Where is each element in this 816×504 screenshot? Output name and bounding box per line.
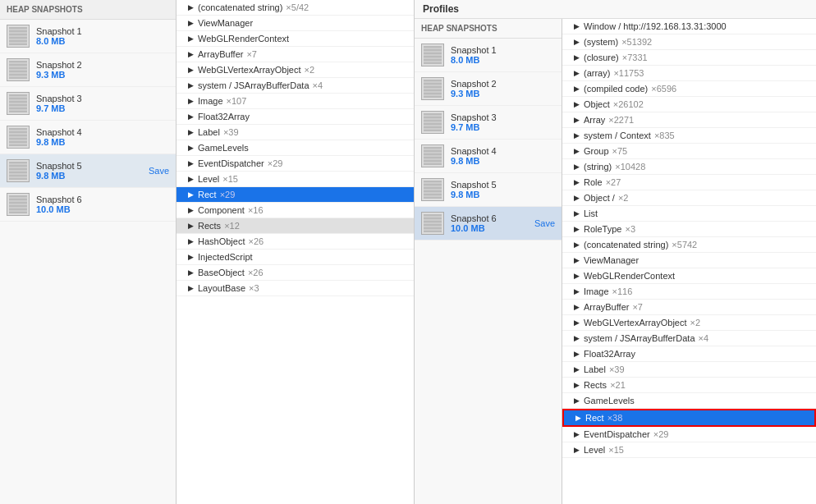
constructor-label: Image (584, 286, 609, 296)
snapshot-size: 10.0 MB (36, 204, 169, 214)
snapshot-size: 9.8 MB (451, 190, 555, 199)
constructor-item[interactable]: ▶ Level ×15 (562, 442, 816, 458)
constructor-item[interactable]: ▶ Role ×27 (562, 175, 816, 190)
profiles-snapshot-item[interactable]: Snapshot 6 10.0 MB Save (415, 207, 562, 241)
middle-tree-item[interactable]: ▶ HashObject ×26 (176, 234, 414, 250)
snapshot-info: Snapshot 3 9.7 MB (451, 112, 555, 132)
save-link[interactable]: Save (534, 218, 555, 228)
middle-tree-item[interactable]: ▶ GameLevels (176, 140, 414, 156)
constructor-item[interactable]: ▶ Object ×26102 (562, 97, 816, 112)
constructor-item[interactable]: ▶ system / JSArrayBufferData ×4 (562, 331, 816, 346)
snapshot-icon (421, 212, 444, 235)
constructor-item[interactable]: ▶ (compiled code) ×6596 (562, 81, 816, 97)
snapshot-icon (421, 44, 444, 66)
constructor-item[interactable]: ▶ (string) ×10428 (562, 159, 816, 175)
profiles-snapshot-item[interactable]: Snapshot 4 9.8 MB (415, 140, 562, 173)
tree-count: ×12 (224, 221, 240, 231)
tree-arrow-icon: ▶ (572, 334, 580, 342)
middle-tree-item[interactable]: ▶ Label ×39 (176, 125, 414, 140)
constructor-item[interactable]: ▶ WebGLRenderContext (562, 268, 816, 284)
left-snapshot-item[interactable]: Snapshot 1 8.0 MB (0, 20, 176, 53)
constructor-item[interactable]: ▶ Array ×2271 (562, 112, 816, 128)
constructor-item[interactable]: ▶ (concatenated string) ×5742 (562, 237, 816, 253)
constructor-count: ×2 (690, 318, 701, 328)
profiles-snapshot-item[interactable]: Snapshot 1 8.0 MB (415, 39, 562, 72)
middle-tree-item[interactable]: ▶ BaseObject ×26 (176, 265, 414, 281)
tree-arrow-icon: ▶ (572, 163, 580, 171)
constructor-item[interactable]: ▶ RoleType ×3 (562, 222, 816, 237)
snapshot-info: Snapshot 5 9.8 MB (36, 161, 145, 181)
constructor-item[interactable]: ▶ system / Context ×835 (562, 128, 816, 144)
middle-tree-item[interactable]: ▶ (concatenated string) ×5/42 (176, 0, 414, 16)
middle-tree-item[interactable]: ▶ Level ×15 (176, 172, 414, 187)
tree-count: ×26 (248, 236, 264, 246)
profiles-snapshot-item[interactable]: Snapshot 5 9.8 MB (415, 173, 562, 207)
middle-tree-item[interactable]: ▶ Rects ×12 (176, 218, 414, 234)
tree-label: HashObject (198, 236, 245, 246)
snapshot-size: 9.7 MB (451, 122, 555, 132)
tree-label: InjectedScript (198, 252, 253, 262)
constructor-item[interactable]: ▶ (closure) ×7331 (562, 50, 816, 66)
save-link[interactable]: Save (149, 166, 169, 176)
constructor-label: EventDispatcher (584, 429, 650, 439)
left-snapshot-item[interactable]: Snapshot 5 9.8 MB Save (0, 154, 176, 188)
middle-tree-item[interactable]: ▶ ViewManager (176, 16, 414, 31)
profiles-header: Profiles (415, 0, 816, 19)
constructor-item[interactable]: ▶ Window / http://192.168.13.31:3000 (562, 19, 816, 34)
constructor-item[interactable]: ▶ (system) ×51392 (562, 34, 816, 50)
snapshot-size: 9.3 MB (36, 70, 169, 80)
left-snapshot-item[interactable]: Snapshot 6 10.0 MB (0, 188, 176, 222)
constructor-item[interactable]: ▶ Rect ×38 (562, 409, 816, 427)
constructor-item[interactable]: ▶ Rects ×21 (562, 378, 816, 393)
constructor-label: Rects (584, 380, 607, 390)
middle-tree-item[interactable]: ▶ ArrayBuffer ×7 (176, 47, 414, 62)
constructor-count: ×11753 (613, 68, 644, 78)
tree-label: Rect (198, 190, 217, 199)
tree-arrow-icon: ▶ (572, 303, 580, 311)
constructor-item[interactable]: ▶ WebGLVertexArrayObject ×2 (562, 315, 816, 331)
constructor-label: (compiled code) (584, 84, 648, 94)
middle-tree-item[interactable]: ▶ Rect ×29 (176, 187, 414, 203)
constructor-item[interactable]: ▶ ArrayBuffer ×7 (562, 300, 816, 315)
profiles-snapshot-item[interactable]: Snapshot 2 9.3 MB (415, 72, 562, 106)
constructor-label: WebGLRenderContext (584, 271, 675, 281)
middle-constructor-panel: ▶ (concatenated string) ×5/42 ▶ ViewMana… (176, 0, 415, 504)
tree-arrow-icon: ▶ (572, 350, 580, 358)
constructor-item[interactable]: ▶ GameLevels (562, 393, 816, 409)
constructor-item[interactable]: ▶ ViewManager (562, 253, 816, 268)
tree-count: ×29 (268, 158, 283, 168)
middle-tree-item[interactable]: ▶ InjectedScript (176, 250, 414, 265)
left-snapshot-item[interactable]: Snapshot 3 9.7 MB (0, 87, 176, 121)
tree-arrow-icon: ▶ (574, 414, 582, 422)
constructor-item[interactable]: ▶ Object / ×2 (562, 190, 816, 206)
snapshot-info: Snapshot 2 9.3 MB (451, 79, 555, 99)
middle-tree-item[interactable]: ▶ LayoutBase ×3 (176, 281, 414, 296)
tree-label: GameLevels (198, 143, 249, 153)
profiles-snapshot-item[interactable]: Snapshot 3 9.7 MB (415, 106, 562, 140)
middle-tree-item[interactable]: ▶ Float32Array (176, 109, 414, 125)
snapshot-size: 8.0 MB (451, 55, 555, 65)
left-snapshot-item[interactable]: Snapshot 2 9.3 MB (0, 53, 176, 87)
middle-tree-item[interactable]: ▶ WebGLRenderContext (176, 31, 414, 47)
constructor-item[interactable]: ▶ EventDispatcher ×29 (562, 427, 816, 442)
constructor-label: RoleType (584, 224, 621, 234)
snapshot-icon (421, 144, 444, 167)
snapshot-name: Snapshot 2 (36, 60, 169, 70)
middle-tree-item[interactable]: ▶ Image ×107 (176, 94, 414, 109)
tree-count: ×2 (305, 65, 315, 75)
constructor-item[interactable]: ▶ Float32Array (562, 346, 816, 362)
middle-tree-item[interactable]: ▶ WebGLVertexArrayObject ×2 (176, 62, 414, 78)
middle-tree-item[interactable]: ▶ Component ×16 (176, 203, 414, 218)
middle-tree-item[interactable]: ▶ EventDispatcher ×29 (176, 156, 414, 172)
constructor-item[interactable]: ▶ Label ×39 (562, 362, 816, 378)
constructor-item[interactable]: ▶ Group ×75 (562, 144, 816, 159)
tree-arrow-icon: ▶ (186, 19, 195, 27)
constructor-item[interactable]: ▶ List (562, 206, 816, 222)
constructor-item[interactable]: ▶ Image ×116 (562, 284, 816, 300)
constructor-count: ×3 (625, 224, 635, 234)
left-snapshot-item[interactable]: Snapshot 4 9.8 MB (0, 121, 176, 154)
middle-tree-item[interactable]: ▶ system / JSArrayBufferData ×4 (176, 78, 414, 94)
tree-arrow-icon: ▶ (186, 206, 195, 214)
snapshot-info: Snapshot 6 10.0 MB (36, 195, 169, 214)
constructor-item[interactable]: ▶ (array) ×11753 (562, 66, 816, 81)
